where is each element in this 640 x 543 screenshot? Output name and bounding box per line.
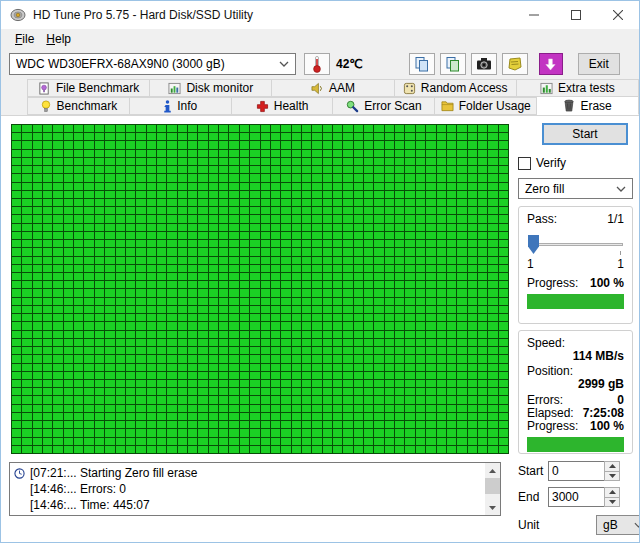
aam-icon (311, 82, 324, 95)
info-icon (163, 100, 172, 113)
error-scan-icon (346, 100, 359, 113)
total-progress-label: Progress: (527, 420, 578, 433)
exit-button[interactable]: Exit (578, 53, 620, 75)
screenshot-button[interactable] (471, 53, 497, 75)
tab-extra-tests[interactable]: Extra tests (517, 79, 639, 97)
chevron-down-icon (279, 61, 289, 67)
chevron-down-icon (616, 186, 626, 192)
pass-slider-tick (620, 251, 621, 255)
tab-benchmark[interactable]: Benchmark (27, 97, 130, 115)
erase-tab-page: Start Verify Zero fill Pass: 1/1 1 1 (1, 115, 639, 542)
hd-tune-window: HD Tune Pro 5.75 - Hard Disk/SSD Utility… (0, 0, 640, 543)
minimize-icon (529, 10, 539, 20)
pass-progress-value: 100 % (590, 277, 624, 290)
toolbar-icons (409, 53, 528, 75)
unit-select[interactable]: gB (596, 515, 640, 535)
pass-label: Pass: (527, 213, 557, 226)
menu-help[interactable]: Help (40, 30, 77, 48)
disk-monitor-icon (168, 82, 181, 95)
extra-tests-icon (540, 82, 553, 95)
verify-checkbox[interactable] (518, 157, 531, 170)
status-groupbox: Speed: 114 MB/s Position: 2999 gB Errors… (518, 330, 633, 454)
save-image-button[interactable] (539, 53, 563, 75)
tab-random-access[interactable]: Random Access (395, 79, 517, 97)
copy-icon (414, 56, 430, 72)
copy-results-button[interactable] (409, 53, 435, 75)
log-scrollbar[interactable] (485, 463, 500, 515)
maximize-icon (571, 10, 581, 20)
scroll-track[interactable] (485, 478, 500, 500)
unit-label: Unit (518, 518, 548, 532)
drive-selector[interactable]: WDC WD30EFRX-68AX9N0 (3000 gB) (9, 53, 296, 75)
tab-disk-monitor[interactable]: Disk monitor (150, 79, 272, 97)
pass-slider-track[interactable] (528, 243, 623, 246)
toolbar: WDC WD30EFRX-68AX9N0 (3000 gB) 42℃ (1, 49, 639, 79)
pass-slider[interactable] (527, 235, 624, 255)
download-arrow-icon (544, 58, 557, 71)
unit-value: gB (603, 518, 634, 532)
pass-progress-label: Progress: (527, 277, 578, 290)
copy-screenshot-button[interactable] (440, 53, 466, 75)
tab-strip: File Benchmark Disk monitor (1, 79, 639, 115)
erase-mode-select[interactable]: Zero fill (518, 178, 633, 199)
end-spinner[interactable] (604, 487, 620, 507)
thermometer-icon (312, 55, 322, 73)
start-input[interactable] (548, 461, 604, 481)
tab-file-benchmark[interactable]: File Benchmark (27, 79, 150, 97)
pass-min: 1 (527, 258, 534, 271)
scroll-thumb[interactable] (485, 478, 500, 494)
save-text-icon (507, 56, 523, 72)
scroll-down-icon[interactable] (485, 500, 500, 515)
tab-aam[interactable]: AAM (272, 79, 394, 97)
range-start-row: Start (518, 461, 620, 481)
end-label: End (518, 490, 548, 504)
save-text-button[interactable] (502, 53, 528, 75)
benchmark-icon (40, 100, 52, 113)
temperature-button[interactable] (304, 53, 330, 75)
tab-row-1: File Benchmark Disk monitor (27, 79, 639, 97)
erase-icon (563, 99, 575, 112)
verify-label: Verify (536, 156, 566, 170)
camera-icon (476, 57, 492, 71)
chevron-down-icon (634, 522, 640, 528)
close-icon (613, 10, 623, 20)
minimize-button[interactable] (513, 1, 555, 29)
range-end-row: End (518, 487, 620, 507)
log-lines: [07:21:... Starting Zero fill erase [14:… (10, 463, 485, 515)
health-icon (256, 100, 269, 113)
window-title: HD Tune Pro 5.75 - Hard Disk/SSD Utility (33, 8, 253, 22)
total-progress-bar (527, 437, 624, 452)
tab-health[interactable]: Health (232, 97, 334, 115)
window-chrome: File Help WDC WD30EFRX-68AX9N0 (3000 gB)… (1, 29, 639, 115)
end-spin-down-icon[interactable] (605, 498, 619, 507)
position-value: 2999 gB (527, 378, 624, 391)
app-icon (10, 7, 26, 23)
pass-progress-bar (527, 294, 624, 309)
tab-info[interactable]: Info (130, 97, 232, 115)
erase-block-map (11, 124, 509, 454)
tab-folder-usage[interactable]: Folder Usage (435, 97, 537, 115)
end-spin-up-icon[interactable] (605, 488, 619, 498)
start-button[interactable]: Start (542, 123, 628, 145)
pass-slider-thumb[interactable] (528, 235, 539, 254)
random-access-icon (403, 82, 416, 95)
menu-bar: File Help (1, 29, 639, 49)
scroll-up-icon[interactable] (485, 463, 500, 478)
log-row[interactable]: [14:46:... Time: 445:07 (10, 497, 485, 513)
verify-option[interactable]: Verify (518, 156, 566, 170)
start-spin-down-icon[interactable] (605, 472, 619, 481)
start-spin-up-icon[interactable] (605, 462, 619, 472)
maximize-button[interactable] (555, 1, 597, 29)
start-spinner[interactable] (604, 461, 620, 481)
file-benchmark-icon (38, 82, 51, 95)
drive-selector-value: WDC WD30EFRX-68AX9N0 (3000 gB) (16, 57, 279, 71)
end-input[interactable] (548, 487, 604, 507)
log-row[interactable]: [14:46:... Errors: 0 (10, 481, 485, 497)
log-listbox[interactable]: [07:21:... Starting Zero fill erase [14:… (9, 462, 501, 516)
close-button[interactable] (597, 1, 639, 29)
copy-image-icon (445, 56, 461, 72)
tab-error-scan[interactable]: Error Scan (333, 97, 435, 115)
log-row[interactable]: [07:21:... Starting Zero fill erase (10, 465, 485, 481)
tab-erase[interactable]: Erase (537, 96, 639, 115)
menu-file[interactable]: File (9, 30, 40, 48)
